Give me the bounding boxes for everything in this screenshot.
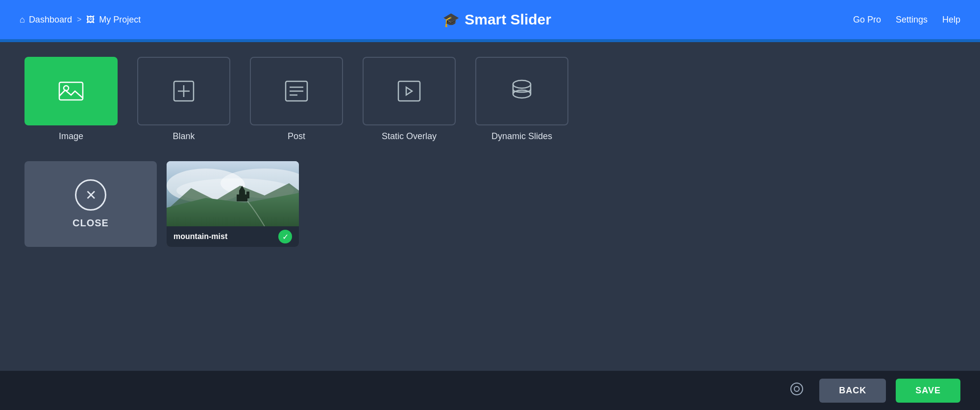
bottom-bar: BACK SAVE (0, 371, 980, 410)
slide-type-image-box (24, 57, 118, 125)
breadcrumb-home-label: Dashboard (29, 15, 72, 25)
breadcrumb-project-label: My Project (99, 15, 141, 25)
main-content: Image Blank Pos (0, 42, 980, 371)
svg-rect-9 (398, 81, 420, 101)
image-icon (57, 77, 85, 105)
app-logo: 🎓 Smart Slider (141, 11, 853, 28)
home-icon: ⌂ (20, 15, 25, 25)
go-pro-button[interactable]: Go Pro (853, 15, 881, 25)
slide-type-image[interactable]: Image (24, 57, 118, 142)
dynamic-slides-icon (508, 77, 536, 105)
blank-icon (170, 77, 197, 105)
svg-point-1 (64, 86, 69, 91)
slide-type-post[interactable]: Post (250, 57, 343, 142)
slide-type-blank-box (137, 57, 230, 125)
slide-footer: mountain-mist ✓ (167, 226, 299, 247)
slide-type-dynamic-slides-box (475, 57, 568, 125)
svg-point-10 (513, 80, 531, 88)
project-icon: 🖼 (86, 15, 95, 25)
svg-point-26 (794, 386, 799, 391)
breadcrumb-separator: > (77, 15, 81, 24)
save-button[interactable]: SAVE (896, 379, 960, 403)
slide-type-static-overlay-box (363, 57, 456, 125)
close-label: CLOSE (73, 217, 109, 229)
logo-icon: 🎓 (442, 12, 460, 28)
app-title: Smart Slider (465, 11, 551, 28)
slide-type-blank[interactable]: Blank (137, 57, 230, 142)
svg-rect-0 (59, 82, 83, 100)
slide-list: ✕ CLOSE (24, 161, 956, 247)
breadcrumb: ⌂ Dashboard > 🖼 My Project (20, 15, 141, 25)
svg-rect-24 (246, 192, 249, 198)
slide-type-post-box (250, 57, 343, 125)
breadcrumb-home[interactable]: ⌂ Dashboard (20, 15, 72, 25)
mountain-svg (167, 161, 299, 226)
slide-close-card[interactable]: ✕ CLOSE (24, 161, 157, 247)
close-circle-icon: ✕ (75, 179, 106, 211)
slide-type-image-label: Image (59, 131, 83, 142)
slide-image-preview (167, 161, 299, 226)
slide-type-blank-label: Blank (172, 131, 195, 142)
breadcrumb-project[interactable]: 🖼 My Project (86, 15, 141, 25)
slide-type-selector: Image Blank Pos (24, 57, 956, 142)
slide-mountain-mist-card[interactable]: mountain-mist ✓ (167, 161, 299, 247)
close-x-icon: ✕ (85, 187, 97, 203)
nav-actions: Go Pro Settings Help (853, 15, 960, 25)
slide-check-icon: ✓ (278, 230, 292, 243)
svg-point-25 (791, 383, 803, 395)
preview-icon[interactable] (789, 381, 805, 400)
slide-type-dynamic-slides[interactable]: Dynamic Slides (475, 57, 568, 142)
top-nav: ⌂ Dashboard > 🖼 My Project 🎓 Smart Slide… (0, 0, 980, 39)
slide-type-dynamic-slides-label: Dynamic Slides (491, 131, 552, 142)
slide-name-label: mountain-mist (173, 232, 227, 241)
settings-button[interactable]: Settings (896, 15, 928, 25)
slide-type-static-overlay-label: Static Overlay (382, 131, 437, 142)
static-overlay-icon (395, 77, 423, 105)
back-button[interactable]: BACK (819, 379, 886, 403)
slide-type-post-label: Post (288, 131, 305, 142)
svg-rect-23 (237, 194, 247, 201)
slide-type-static-overlay[interactable]: Static Overlay (363, 57, 456, 142)
post-icon (283, 77, 310, 105)
help-button[interactable]: Help (942, 15, 960, 25)
